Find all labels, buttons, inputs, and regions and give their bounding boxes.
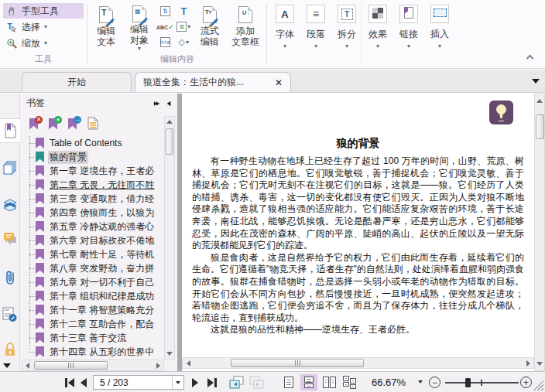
paragraph-button[interactable]: ≡ 段落 ▾ [300, 2, 331, 64]
page-dropdown-icon[interactable] [172, 376, 183, 389]
edit-object-button[interactable]: ▦ 编辑 对象 ▾ [123, 2, 156, 52]
select-dropdown-caret-icon[interactable]: ▾ [44, 24, 47, 30]
bookmark-item[interactable]: 第十一章 将智慧策略充分 [23, 303, 164, 317]
document-vertical-scrollbar[interactable] [534, 94, 545, 371]
window-resize-grip[interactable] [533, 380, 543, 390]
bookmark-item[interactable]: 第十三章 善于交流 [23, 331, 164, 345]
tabbar-menu-icon[interactable] [532, 79, 540, 84]
lightbulb-assistant-button[interactable] [489, 101, 513, 124]
select-tool-button[interactable]: T 选择 ▾ [3, 19, 84, 35]
spell-check-button[interactable]: ABC✓ [156, 19, 174, 34]
link-button[interactable]: 链接 ▾ [393, 2, 424, 64]
flow-edit-button[interactable]: TT 流式 编辑 [193, 2, 226, 52]
bookmark-item[interactable]: 狼的背景 [23, 150, 164, 164]
bookmark-flag-icon [36, 332, 44, 343]
scroll-up-icon[interactable] [535, 96, 544, 106]
scrollbar-thumb[interactable] [536, 114, 544, 139]
navigation-icon-strip [0, 94, 20, 371]
collapse-ribbon-button[interactable] [527, 53, 534, 60]
close-tab-icon[interactable]: ✕ [275, 77, 283, 88]
bookmarks-panel-button[interactable] [0, 118, 20, 143]
document-horizontal-scrollbar[interactable] [182, 357, 534, 369]
bookmark-item[interactable]: 第九章 对一切不利于自己 [23, 275, 164, 289]
bookmark-item[interactable]: 第七章 耐性十足，等待机 [23, 247, 164, 261]
view-continuous-button[interactable] [300, 374, 317, 390]
lock-icon [3, 342, 17, 357]
bookmarks-horizontal-scrollbar[interactable] [22, 360, 164, 371]
shape-tool-button[interactable]: ◇▾ [174, 35, 193, 49]
font-icon: A [276, 5, 294, 23]
previous-page-button[interactable] [81, 372, 87, 392]
bookmark-item[interactable]: 第十四章 从五彩的世界中 [23, 345, 164, 359]
scrollbar-thumb[interactable] [231, 359, 364, 367]
edit-text-button[interactable]: T 编辑 文本 [90, 2, 123, 52]
bookmark-item[interactable]: 第五章 冷静达观的强者心 [23, 220, 164, 233]
note-tool-button[interactable]: ≣▾ [174, 19, 193, 34]
scroll-left-icon[interactable] [22, 360, 33, 370]
line-spacing-button[interactable]: ⇅ [156, 4, 174, 19]
bookmark-item[interactable]: 第八章 突发野劲，奋力拼 [23, 261, 164, 275]
bookmark-panel-icon [4, 123, 17, 138]
panel-collapse-icon[interactable] [167, 101, 171, 105]
split-label: 拆分 [338, 28, 356, 41]
bookmark-item[interactable]: Table of Contents [23, 136, 164, 150]
bookmark-item[interactable]: 第六章 对目标孜孜不倦地 [23, 233, 164, 247]
zoom-percentage-label[interactable]: 66.67% [372, 377, 406, 388]
strip-expand-icon[interactable] [3, 363, 11, 368]
effect-button[interactable]: 效果 ▾ [362, 2, 393, 64]
view-facing-continuous-button[interactable] [341, 374, 358, 390]
font-button[interactable]: A 字体 ▾ [269, 2, 300, 64]
scrollbar-thumb[interactable] [166, 128, 173, 155]
first-page-button[interactable] [65, 372, 74, 392]
bookmarks-vertical-scrollbar[interactable] [164, 116, 175, 360]
bookmark-item[interactable]: 第一章 逆境生存，王者必 [23, 164, 164, 178]
layers-panel-button[interactable] [0, 193, 20, 217]
bookmark-item[interactable]: 第二章 无畏，无往而不胜 [23, 178, 164, 192]
expand-bookmarks-button[interactable] [87, 117, 99, 132]
add-bookmark-button[interactable]: ＋ [49, 118, 59, 131]
zoom-slider[interactable] [445, 382, 519, 383]
comments-panel-button[interactable] [0, 227, 20, 251]
note-caret-icon: ▾ [187, 24, 190, 30]
attachments-panel-button[interactable] [0, 265, 20, 290]
signature-panel-button[interactable] [0, 302, 20, 327]
next-bookmark-button[interactable]: → [68, 118, 78, 131]
scrollbar-thumb[interactable] [34, 361, 108, 370]
rename-button[interactable]: b+a [156, 35, 174, 49]
zoom-in-button[interactable]: + [520, 377, 532, 388]
scroll-down-icon[interactable] [535, 359, 544, 369]
scroll-right-icon[interactable] [523, 358, 533, 368]
bookmark-item[interactable]: 第四章 傍狼而生，以狼为 [23, 206, 164, 220]
security-panel-button[interactable] [0, 337, 20, 362]
scroll-left-icon[interactable] [183, 358, 194, 368]
bookmark-item[interactable]: 第十二章 互助合作，配合 [23, 317, 164, 331]
document-page[interactable]: 狼的背景 有一种野生动物在地球上已经生存了超过 100 万年的时间，山野、荒原、… [182, 94, 534, 357]
scroll-down-icon[interactable] [165, 349, 174, 359]
zoom-dropdown-icon[interactable] [418, 380, 423, 383]
zoom-out-button[interactable]: − [429, 377, 440, 388]
next-page-button[interactable] [192, 372, 198, 392]
scroll-right-icon[interactable] [153, 360, 163, 370]
page-number-input[interactable]: 5 / 203 [93, 375, 184, 390]
add-article-box-button[interactable]: ∪↓ 添加 文章框 [226, 2, 265, 52]
panel-options-icon[interactable] [153, 101, 160, 107]
split-button[interactable]: T 拆分 ▾ [331, 2, 362, 64]
previous-view-button[interactable] [229, 372, 244, 392]
zoom-tool-button[interactable]: 缩放 ▾ [3, 36, 84, 51]
view-single-page-button[interactable] [280, 374, 297, 390]
zoom-dropdown-caret-icon[interactable]: ▾ [44, 40, 47, 46]
text-tool-button[interactable]: T [174, 4, 193, 19]
view-facing-button[interactable] [320, 374, 338, 390]
tab-start[interactable]: 开始 [22, 72, 132, 92]
zoom-slider-thumb[interactable] [465, 378, 471, 387]
last-page-button[interactable] [207, 372, 217, 392]
delete-bookmark-button[interactable]: ✕ [29, 118, 39, 131]
hand-tool-button[interactable]: 手型工具 [3, 3, 84, 19]
bookmark-item[interactable]: 第十章 组织和纪律是成功 [23, 289, 164, 303]
insert-button[interactable]: 插入 ▾ [424, 2, 455, 64]
next-view-button[interactable] [249, 372, 264, 392]
pages-panel-button[interactable] [0, 155, 20, 180]
bookmark-item[interactable]: 第三章 变通取胜，借力经 [23, 192, 164, 206]
scroll-up-icon[interactable] [165, 117, 174, 127]
tab-document[interactable]: 狼道全集：生活中的狼... ✕ [135, 72, 291, 92]
